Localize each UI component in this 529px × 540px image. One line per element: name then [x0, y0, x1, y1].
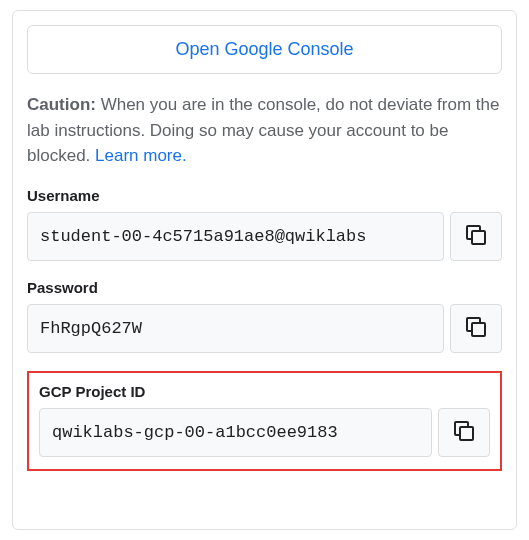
copy-project-id-button[interactable]	[438, 408, 490, 457]
caution-text: Caution: When you are in the console, do…	[27, 92, 502, 169]
password-field-group: Password FhRgpQ627W	[27, 279, 502, 353]
copy-username-button[interactable]	[450, 212, 502, 261]
caution-label: Caution:	[27, 95, 96, 114]
project-id-field-group: GCP Project ID qwiklabs-gcp-00-a1bcc0ee9…	[27, 371, 502, 471]
copy-icon	[452, 419, 476, 446]
copy-icon	[464, 315, 488, 342]
password-row: FhRgpQ627W	[27, 304, 502, 353]
username-row: student-00-4c5715a91ae8@qwiklabs	[27, 212, 502, 261]
copy-password-button[interactable]	[450, 304, 502, 353]
password-label: Password	[27, 279, 502, 296]
username-label: Username	[27, 187, 502, 204]
learn-more-link[interactable]: Learn more.	[95, 146, 187, 165]
project-id-label: GCP Project ID	[39, 383, 490, 400]
project-id-row: qwiklabs-gcp-00-a1bcc0ee9183	[39, 408, 490, 457]
username-value[interactable]: student-00-4c5715a91ae8@qwiklabs	[27, 212, 444, 261]
username-field-group: Username student-00-4c5715a91ae8@qwiklab…	[27, 187, 502, 261]
copy-icon	[464, 223, 488, 250]
svg-rect-0	[472, 231, 485, 244]
svg-rect-1	[472, 323, 485, 336]
project-id-value[interactable]: qwiklabs-gcp-00-a1bcc0ee9183	[39, 408, 432, 457]
svg-rect-2	[460, 427, 473, 440]
credentials-card: Open Google Console Caution: When you ar…	[12, 10, 517, 530]
password-value[interactable]: FhRgpQ627W	[27, 304, 444, 353]
open-console-button[interactable]: Open Google Console	[27, 25, 502, 74]
